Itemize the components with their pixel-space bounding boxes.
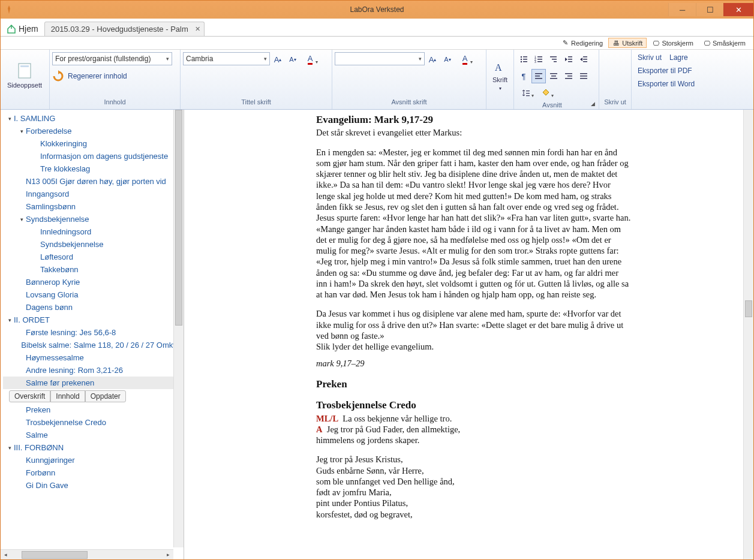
nav-item-label: I. SAMLING	[14, 114, 55, 123]
para-font-shrink-icon[interactable]: A▾	[440, 52, 455, 67]
nav-item[interactable]: Dagens bønn	[3, 301, 184, 314]
align-right-icon[interactable]	[561, 69, 576, 83]
nav-item[interactable]: ▾Forberedelse	[3, 125, 184, 137]
bullet-list-icon[interactable]	[516, 52, 531, 67]
nav-item[interactable]: Kunngjøringer	[3, 454, 184, 466]
close-tab-icon[interactable]: ✕	[195, 25, 200, 33]
page-setup-button[interactable]: Sideoppsett	[3, 52, 46, 99]
close-button[interactable]: ✕	[723, 3, 753, 16]
paragraph-font-combo[interactable]: ▾	[335, 52, 425, 65]
multilevel-list-icon[interactable]	[546, 52, 561, 67]
nav-item-label: Bibelsk salme: Salme 118, 20 / 26 / 27 O…	[21, 341, 181, 350]
expand-icon[interactable]: ▾	[17, 216, 26, 222]
nav-item[interactable]: N13 005I Gjør døren høy, gjør porten vid	[3, 175, 184, 188]
nav-item-label: Tre klokkeslag	[40, 164, 90, 173]
ctx-overskrift-button[interactable]: Overskrift	[9, 390, 50, 402]
nav-item[interactable]: Høymessesalme	[3, 351, 184, 364]
home-tab[interactable]: Hjem	[1, 22, 44, 36]
nav-item[interactable]: Gi Din Gave	[3, 479, 184, 492]
decrease-indent-icon[interactable]	[561, 52, 576, 67]
nav-item-label: Preken	[26, 405, 50, 414]
titlebar: LabOra Verksted ─ ☐ ✕	[1, 1, 753, 19]
ctx-innhold-button[interactable]: Innhold	[50, 390, 85, 402]
nav-item[interactable]: Inngangsord	[3, 188, 184, 200]
nav-item[interactable]: Syndsbekjennelse	[3, 238, 184, 251]
nav-vscrollbar[interactable]	[173, 110, 184, 547]
nav-item[interactable]: Tre klokkeslag	[3, 162, 184, 175]
nav-item[interactable]: ▾III. FORBØNN	[3, 441, 184, 454]
font-color-icon[interactable]: A	[301, 52, 320, 67]
view-redigering[interactable]: ✎Redigering	[557, 38, 607, 48]
nav-item[interactable]: ▾II. ORDET	[3, 314, 184, 326]
title-font-combo[interactable]: Cambria▾	[183, 52, 270, 65]
svg-rect-16	[552, 59, 557, 60]
nav-item-label: Dagens bønn	[26, 303, 73, 312]
expand-icon[interactable]: ▾	[5, 317, 14, 323]
doc-text: Slik lyder det hellige evangelium.	[316, 341, 631, 352]
shading-icon[interactable]	[536, 86, 555, 100]
nav-item[interactable]: Salme før prekenen	[3, 377, 184, 389]
align-left-icon[interactable]	[531, 69, 546, 83]
view-smaskjerm[interactable]: 🖵Småskjerm	[699, 38, 750, 48]
nav-item[interactable]: Andre lesning: Rom 3,21-26	[3, 364, 184, 377]
nav-item[interactable]: Forbønn	[3, 466, 184, 479]
para-font-grow-icon[interactable]: A▴	[425, 52, 440, 67]
expand-icon[interactable]: ▾	[5, 116, 14, 122]
regenerate-button[interactable]: Regenerer innhold	[52, 70, 127, 82]
nav-item[interactable]: Informasjon om dagens gudstjeneste	[3, 150, 184, 162]
nav-item[interactable]: Takkebønn	[3, 263, 184, 276]
nav-item-label: Høymessesalme	[26, 353, 84, 362]
font-grow-icon[interactable]: A▴	[271, 52, 285, 67]
expand-icon[interactable]: ▾	[5, 445, 14, 451]
line-spacing-icon[interactable]	[516, 86, 536, 100]
nav-item[interactable]: Samlingsbønn	[3, 200, 184, 213]
expand-icon[interactable]: ▾	[17, 128, 26, 134]
nav-item[interactable]: Lovsang Gloria	[3, 288, 184, 301]
minimize-button[interactable]: ─	[668, 3, 696, 16]
nav-hscrollbar[interactable]: ◂▸	[1, 549, 173, 559]
doc-vscrollbar[interactable]	[743, 110, 753, 559]
doc-text: korsfestet, død og begravet,	[316, 509, 631, 520]
pilcrow-icon[interactable]: ¶	[516, 69, 531, 83]
save-link[interactable]: Lagre	[666, 52, 692, 63]
dialog-launcher-icon[interactable]: ◢	[588, 101, 596, 109]
view-storskjerm[interactable]: 🖵Storskjerm	[648, 38, 698, 48]
nav-item[interactable]: ▾Syndsbekjennelse	[3, 213, 184, 225]
nav-item[interactable]: Trosbekjennelse Credo	[3, 416, 184, 429]
nav-item[interactable]: ▾I. SAMLING	[3, 112, 184, 125]
view-utskrift[interactable]: 🖶Utskrift	[608, 38, 647, 48]
nav-item[interactable]: Første lesning: Jes 56,6-8	[3, 326, 184, 339]
ctx-oppdater-button[interactable]: Oppdater	[85, 390, 126, 402]
nav-item-label: Forbønn	[26, 468, 55, 477]
export-pdf-link[interactable]: Eksporter til PDF	[634, 65, 696, 76]
content-template-combo[interactable]: For prest/organist (fullstendig)▾	[52, 52, 172, 65]
nav-item[interactable]: Bibelsk salme: Salme 118, 20 / 26 / 27 O…	[3, 339, 184, 351]
nav-item[interactable]: Innledningsord	[3, 225, 184, 238]
nav-item[interactable]: Klokkeringing	[3, 137, 184, 150]
nav-item[interactable]: Bønnerop Kyrie	[3, 276, 184, 288]
number-list-icon[interactable]: 123	[531, 52, 546, 67]
nav-item-label: Salme	[26, 430, 48, 439]
document-tab[interactable]: 2015.03.29 - Hovedgudstjeneste - Palm ✕	[44, 22, 205, 36]
svg-point-5	[521, 59, 522, 60]
font-dropdown-button[interactable]: ASkrift▾	[489, 52, 511, 99]
para-font-color-icon[interactable]: A	[455, 52, 474, 67]
export-word-link[interactable]: Eksporter til Word	[634, 79, 698, 89]
align-justify-icon[interactable]	[576, 69, 591, 83]
maximize-button[interactable]: ☐	[696, 3, 723, 16]
nav-item[interactable]: Løftesord	[3, 251, 184, 263]
nav-item-label: Løftesord	[40, 252, 73, 261]
increase-indent-icon[interactable]	[576, 52, 591, 67]
heading-evangelium: Evangelium: Mark 9,17-29	[316, 113, 631, 126]
nav-item-label: Bønnerop Kyrie	[26, 278, 80, 287]
svg-rect-4	[523, 56, 527, 58]
svg-rect-15	[550, 56, 557, 58]
align-center-icon[interactable]	[546, 69, 561, 83]
print-link[interactable]: Skriv ut	[634, 52, 665, 63]
svg-rect-18	[568, 56, 572, 58]
nav-item[interactable]: Salme	[3, 429, 184, 441]
svg-rect-28	[551, 76, 556, 77]
app-icon	[1, 5, 17, 14]
font-shrink-icon[interactable]: A▾	[286, 52, 300, 67]
nav-item[interactable]: Preken	[3, 404, 184, 416]
